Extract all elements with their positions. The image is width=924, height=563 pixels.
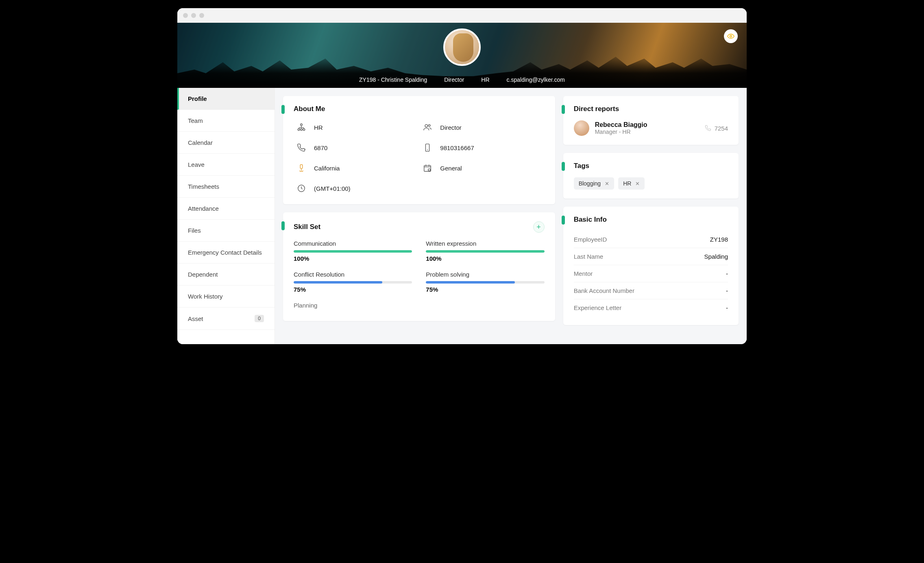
sidebar-item-attendance[interactable]: Attendance [177,198,275,220]
sidebar-item-calendar[interactable]: Calendar [177,132,275,154]
about-location-text: California [314,165,340,172]
window-titlebar [177,8,747,23]
view-button[interactable] [724,29,738,43]
window-dot [199,13,204,18]
hero-title: Director [444,76,464,83]
basic-info-rows: EmployeeIDZY198Last NameSpaldingMentor-B… [574,231,728,316]
hero-department: HR [481,76,489,83]
skill-bar-fill [426,281,514,284]
sidebar-item-team[interactable]: Team [177,110,275,132]
info-value: Spalding [704,253,728,260]
skill-bar-track [294,281,412,284]
info-value: - [726,304,728,311]
tags-card: Tags Blogging✕HR✕ [563,153,739,199]
tag-text: Blogging [579,180,601,187]
skillset-title: Skill Set [294,223,320,231]
skill-percent: 100% [426,255,544,262]
about-location: California [297,164,415,172]
content-area: ProfileTeamCalendarLeaveTimesheetsAttend… [177,88,747,344]
location-icon [297,164,306,172]
eye-icon [727,33,734,40]
about-department: HR [297,123,415,132]
svg-rect-9 [300,165,303,168]
left-column: About Me HR Director 6870 [283,96,555,336]
info-row: Mentor- [574,265,728,282]
org-icon [297,123,306,132]
sidebar-item-leave[interactable]: Leave [177,154,275,176]
skill-partial: Planning [294,302,545,309]
about-title: About Me [294,105,545,113]
sidebar-item-label: Profile [188,95,207,102]
report-name: Rebecca Biaggio [595,121,699,129]
about-shift-text: General [440,165,462,172]
svg-point-4 [303,129,305,131]
basic-info-title: Basic Info [574,216,728,224]
users-icon [423,123,432,132]
skill-bar-track [426,281,544,284]
tag-remove-icon[interactable]: ✕ [605,181,609,187]
add-skill-button[interactable]: + [533,221,545,233]
profile-avatar[interactable] [443,28,481,66]
skillset-card: Skill Set + Communication 100% Written e… [283,212,555,321]
about-timezone-text: (GMT+01:00) [314,185,351,192]
info-value: - [726,270,728,277]
phone-icon [705,125,711,131]
skill-percent: 75% [294,286,412,293]
skill-bar-track [426,250,544,253]
about-card: About Me HR Director 6870 [283,96,555,204]
skill-bar-fill [294,281,382,284]
report-ext-value: 7254 [715,125,728,132]
sidebar-badge: 0 [255,315,264,322]
sidebar-item-dependent[interactable]: Dependent [177,264,275,286]
window-dot [191,13,196,18]
sidebar-item-emergency-contact-details[interactable]: Emergency Contact Details [177,242,275,264]
skill-bar-fill [426,250,544,253]
info-label: Last Name [574,253,604,260]
app-window: ZY198 - Christine Spalding Director HR c… [177,8,747,344]
report-row[interactable]: Rebecca Biaggio Manager - HR 7254 [574,120,728,136]
main-columns: About Me HR Director 6870 [275,88,747,344]
sidebar-item-label: Dependent [188,271,218,278]
about-timezone: (GMT+01:00) [297,184,415,193]
sidebar-item-label: Attendance [188,205,219,212]
profile-hero: ZY198 - Christine Spalding Director HR c… [177,23,747,88]
skill-name: Communication [294,240,412,247]
info-label: Experience Letter [574,304,622,311]
report-avatar [574,120,589,136]
skill-item: Conflict Resolution 75% [294,271,412,293]
reports-list: Rebecca Biaggio Manager - HR 7254 [574,120,728,136]
direct-reports-card: Direct reports Rebecca Biaggio Manager -… [563,96,739,145]
info-label: Mentor [574,270,593,277]
hero-info-bar: ZY198 - Christine Spalding Director HR c… [177,76,747,83]
basic-info-card: Basic Info EmployeeIDZY198Last NameSpald… [563,207,739,325]
sidebar-item-label: Calendar [188,139,213,146]
sidebar-item-label: Emergency Contact Details [188,249,262,256]
about-mobile-text: 9810316667 [440,144,474,151]
sidebar-item-work-history[interactable]: Work History [177,286,275,308]
svg-point-14 [428,169,431,171]
sidebar-item-label: Work History [188,293,223,300]
skill-name: Written expression [426,240,544,247]
skill-item: Problem solving 75% [426,271,544,293]
tag-remove-icon[interactable]: ✕ [635,181,640,187]
about-department-text: HR [314,124,323,131]
svg-point-5 [425,124,427,127]
sidebar-item-timesheets[interactable]: Timesheets [177,176,275,198]
hero-email: c.spalding@zylker.com [507,76,565,83]
sidebar-item-profile[interactable]: Profile [177,88,275,110]
svg-rect-7 [426,144,429,151]
info-value: ZY198 [710,236,728,243]
info-row: Experience Letter- [574,299,728,316]
sidebar-item-label: Leave [188,161,205,168]
svg-point-0 [730,35,732,37]
about-shift: General [423,164,541,172]
sidebar-item-asset[interactable]: Asset0 [177,308,275,330]
phone-icon [297,143,306,152]
info-row: Bank Account Number- [574,282,728,299]
skill-item: Written expression 100% [426,240,544,262]
info-label: Bank Account Number [574,287,634,294]
sidebar-item-files[interactable]: Files [177,220,275,242]
direct-reports-title: Direct reports [574,105,728,113]
skill-bar-fill [294,250,412,253]
right-column: Direct reports Rebecca Biaggio Manager -… [563,96,739,336]
